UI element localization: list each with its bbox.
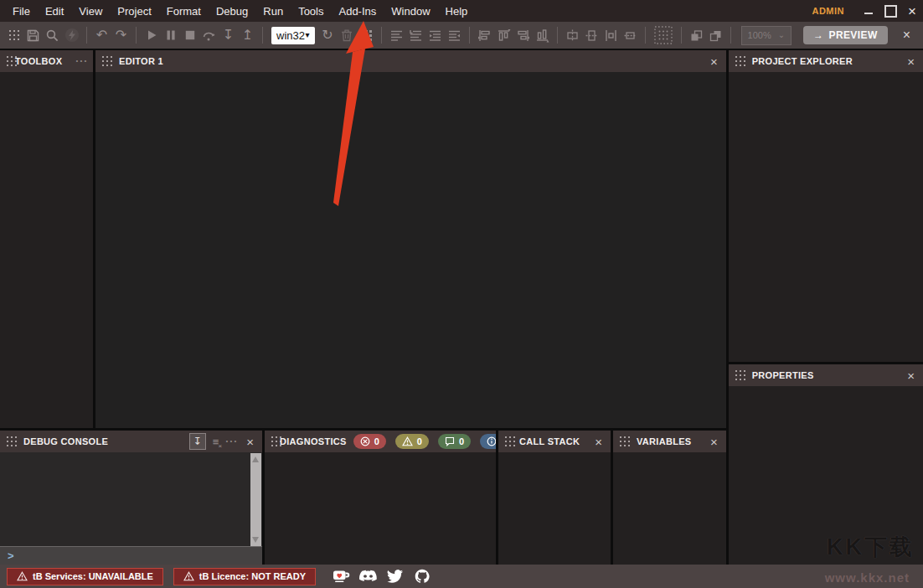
menu-project[interactable]: Project — [110, 3, 158, 19]
drag-grip-icon[interactable] — [735, 56, 745, 66]
build-target-dropdown[interactable]: win32 ▾ — [271, 27, 315, 44]
format-indent-button[interactable] — [425, 25, 445, 45]
properties-header: PROPERTIES × — [729, 364, 923, 386]
scroll-down-icon[interactable] — [252, 537, 259, 543]
close-icon[interactable]: × — [245, 436, 255, 448]
panel-title: DIAGNOSTICS — [280, 436, 347, 446]
minimize-button[interactable] — [858, 1, 879, 21]
drag-grip-icon[interactable] — [620, 436, 630, 446]
clear-x-icon: × — [219, 442, 223, 450]
close-icon[interactable]: × — [905, 55, 916, 68]
run-button[interactable] — [142, 25, 161, 45]
vertical-scrollbar[interactable] — [250, 453, 261, 546]
kofi-link[interactable] — [333, 567, 351, 585]
menu-run[interactable]: Run — [255, 3, 291, 19]
maximize-button[interactable] — [879, 1, 901, 21]
refresh-button[interactable]: ↻ — [318, 25, 338, 45]
editor-surface[interactable] — [95, 72, 726, 428]
menu-addins[interactable]: Add-Ins — [331, 3, 384, 19]
pause-button[interactable] — [161, 25, 180, 45]
menu-help[interactable]: Help — [438, 3, 476, 19]
dots-grid-icon — [359, 28, 373, 42]
scroll-up-icon[interactable] — [252, 456, 259, 462]
preview-button[interactable]: → PREVIEW — [803, 26, 888, 44]
kofi-icon — [333, 569, 351, 584]
format-outdent-button[interactable] — [445, 25, 464, 45]
outdent-icon — [447, 28, 462, 43]
workspace: TOOLBOX ··· EDITOR 1 × — [0, 49, 923, 565]
discord-icon — [359, 570, 377, 583]
components-button[interactable] — [357, 25, 376, 45]
warnings-badge[interactable]: 0 — [395, 434, 429, 449]
menu-view[interactable]: View — [71, 3, 110, 19]
grip-icon — [9, 30, 19, 40]
align-left-button[interactable] — [475, 25, 494, 45]
chevron-down-icon: ⌄ — [778, 31, 785, 39]
format-indent-first-button[interactable] — [406, 25, 425, 45]
menu-debug[interactable]: Debug — [209, 3, 255, 19]
drag-grip-icon[interactable] — [505, 436, 513, 446]
github-link[interactable] — [413, 567, 431, 585]
space-evenly-button[interactable] — [601, 25, 621, 45]
drag-grip-icon[interactable] — [102, 56, 112, 66]
menu-file[interactable]: File — [5, 3, 38, 19]
send-to-back-icon — [709, 28, 723, 43]
quick-run-button[interactable] — [62, 25, 81, 45]
close-button[interactable]: × — [901, 1, 923, 21]
bring-to-front-button[interactable] — [687, 25, 706, 45]
project-explorer-panel: PROJECT EXPLORER × — [729, 50, 923, 362]
distribute-button[interactable] — [621, 25, 640, 45]
minimize-icon — [864, 13, 873, 14]
console-input[interactable]: > — [0, 546, 262, 565]
menu-tools[interactable]: Tools — [291, 3, 331, 19]
close-icon[interactable]: × — [905, 369, 916, 382]
panel-title: TOOLBOX — [15, 56, 62, 66]
menu-edit[interactable]: Edit — [38, 3, 71, 19]
delete-button[interactable] — [338, 25, 357, 45]
menu-format[interactable]: Format — [159, 3, 209, 19]
errors-badge[interactable]: 0 — [353, 434, 386, 449]
step-over-button[interactable] — [199, 25, 219, 45]
grid-settings-button[interactable] — [651, 25, 676, 45]
tb-services-status-button[interactable]: tB Services: UNAVAILABLE — [7, 568, 163, 585]
undo-button[interactable]: ↶ — [92, 25, 111, 45]
stop-button[interactable] — [180, 25, 199, 45]
drag-grip-icon[interactable] — [735, 370, 745, 380]
panel-title: PROPERTIES — [752, 370, 814, 380]
close-icon[interactable]: × — [593, 436, 604, 448]
prompt-icon: > — [8, 549, 14, 562]
align-right-button[interactable] — [513, 25, 533, 45]
main-row: TOOLBOX ··· EDITOR 1 × — [0, 50, 726, 428]
drag-grip-icon[interactable] — [7, 436, 17, 446]
overflow-menu-icon[interactable]: ··· — [75, 55, 88, 67]
tb-licence-status-button[interactable]: tB Licence: NOT READY — [173, 568, 316, 585]
clear-console-button[interactable]: ≡× — [213, 436, 219, 448]
close-icon[interactable]: × — [709, 436, 719, 448]
zoom-value: 100% — [748, 30, 771, 40]
toolbar-drag-grip[interactable] — [4, 25, 23, 45]
messages-badge[interactable]: 0 — [438, 434, 471, 449]
center-horizontal-button[interactable] — [563, 25, 582, 45]
align-bottom-button[interactable] — [533, 25, 552, 45]
format-justify-button[interactable] — [387, 25, 406, 45]
drag-grip-icon[interactable] — [7, 56, 8, 66]
scroll-lock-button[interactable]: ↧ — [189, 433, 206, 450]
redo-button[interactable]: ↷ — [111, 25, 131, 45]
twitter-link[interactable] — [386, 567, 405, 585]
send-to-back-button[interactable] — [706, 25, 725, 45]
step-out-button[interactable]: ↥ — [238, 25, 257, 45]
menu-window[interactable]: Window — [384, 3, 437, 19]
zoom-dropdown[interactable]: 100% ⌄ — [741, 26, 792, 45]
drag-grip-icon[interactable] — [271, 436, 273, 446]
save-button[interactable] — [23, 25, 43, 45]
discord-link[interactable] — [359, 567, 378, 585]
search-button[interactable] — [43, 25, 62, 45]
toolbar-separator — [381, 27, 382, 44]
step-into-button[interactable]: ↧ — [219, 25, 238, 45]
overflow-menu-icon[interactable]: ··· — [225, 436, 238, 447]
toolbar-close-icon[interactable]: × — [895, 28, 919, 43]
align-top-button[interactable] — [494, 25, 513, 45]
close-icon[interactable]: × — [709, 55, 719, 68]
center-vertical-button[interactable] — [582, 25, 601, 45]
call-stack-body — [498, 452, 611, 565]
